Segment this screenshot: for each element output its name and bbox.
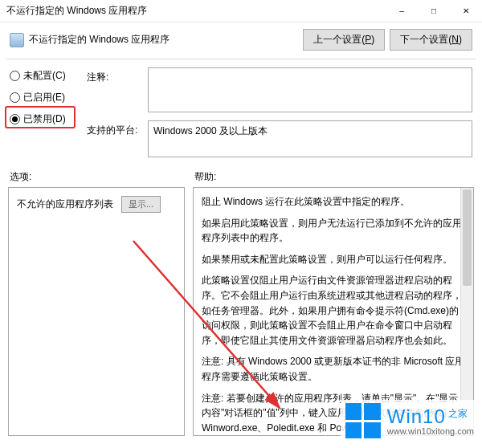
comment-label: 注释: xyxy=(87,67,143,84)
radio-not-configured[interactable]: 未配置(C) xyxy=(10,69,80,83)
options-label: 选项: xyxy=(10,170,194,184)
window-controls: – □ ✕ xyxy=(386,0,482,22)
radio-disabled[interactable]: 已禁用(D) xyxy=(10,112,80,126)
help-pane[interactable]: 阻止 Windows 运行在此策略设置中指定的程序。 如果启用此策略设置，则用户… xyxy=(193,187,474,436)
close-button[interactable]: ✕ xyxy=(450,0,482,22)
radio-icon xyxy=(10,92,20,103)
watermark: Win10 之家 www.win10xitong.com xyxy=(341,400,479,442)
separator xyxy=(6,59,476,59)
platform-label: 支持的平台: xyxy=(87,120,143,137)
platform-row: 支持的平台: Windows 2000 及以上版本 xyxy=(87,120,472,157)
show-list-button[interactable]: 显示... xyxy=(121,196,161,213)
radio-icon xyxy=(10,114,20,124)
header: 不运行指定的 Windows 应用程序 上一个设置(P) 下一个设置(N) xyxy=(0,22,482,59)
help-label: 帮助: xyxy=(194,170,472,184)
state-radiogroup: 未配置(C) 已启用(E) 已禁用(D) xyxy=(10,67,80,157)
help-text: 如果启用此策略设置，则用户无法运行已添加到不允许的应用程序列表中的程序。 xyxy=(202,216,465,246)
comment-input[interactable] xyxy=(148,67,472,112)
help-text: 如果禁用或未配置此策略设置，则用户可以运行任何程序。 xyxy=(202,252,465,267)
page-title: 不运行指定的 Windows 应用程序 xyxy=(29,33,170,47)
windows-logo-icon xyxy=(345,403,381,438)
policy-icon xyxy=(10,33,24,47)
minimize-button[interactable]: – xyxy=(386,0,418,22)
scrollbar-thumb[interactable] xyxy=(463,189,472,286)
window-title: 不运行指定的 Windows 应用程序 xyxy=(6,4,386,18)
maximize-button[interactable]: □ xyxy=(418,0,450,22)
options-pane: 不允许的应用程序列表 显示... xyxy=(8,187,185,436)
watermark-brand: Win10 xyxy=(387,405,446,428)
watermark-brand-sup: 之家 xyxy=(448,407,468,421)
help-text: 注意: 具有 Windows 2000 或更新版本证书的非 Microsoft … xyxy=(202,354,465,384)
radio-enabled[interactable]: 已启用(E) xyxy=(10,91,80,104)
next-setting-button[interactable]: 下一个设置(N) xyxy=(390,29,472,51)
lower-panes: 不允许的应用程序列表 显示... 阻止 Windows 运行在此策略设置中指定的… xyxy=(0,187,482,436)
radio-icon xyxy=(10,71,20,81)
section-labels: 选项: 帮助: xyxy=(0,162,482,187)
platform-value: Windows 2000 及以上版本 xyxy=(148,120,472,157)
comment-row: 注释: xyxy=(87,67,472,112)
previous-setting-button[interactable]: 上一个设置(P) xyxy=(303,29,385,51)
watermark-url: www.win10xitong.com xyxy=(387,426,474,436)
config-area: 未配置(C) 已启用(E) 已禁用(D) 注释: 支持的平台: Windows … xyxy=(0,64,482,162)
help-text: 阻止 Windows 运行在此策略设置中指定的程序。 xyxy=(202,194,465,210)
disallowed-list-label: 不允许的应用程序列表 xyxy=(17,198,113,211)
help-scrollbar[interactable] xyxy=(460,188,473,435)
help-text: 此策略设置仅阻止用户运行由文件资源管理器进程启动的程序。它不会阻止用户运行由系统… xyxy=(202,273,465,348)
window-titlebar: 不运行指定的 Windows 应用程序 – □ ✕ xyxy=(0,0,482,22)
